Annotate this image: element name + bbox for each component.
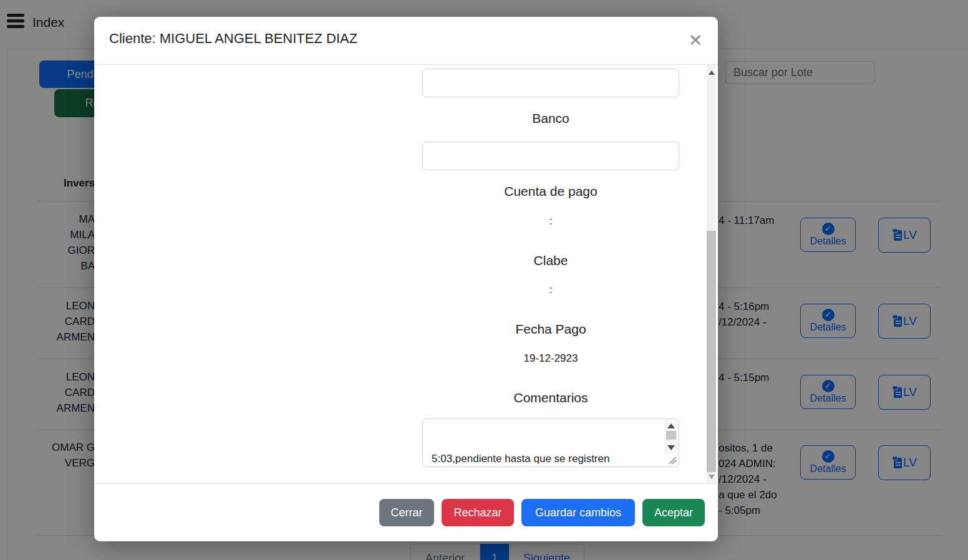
scroll-up-icon[interactable] [667,423,675,428]
banco-input[interactable] [422,142,679,170]
comentarios-label: Comentarios [422,390,679,405]
screen: Index Pendiente Repor Invers MA MILA GIO… [0,0,968,560]
modal-body: Banco Cuenta de pago : Clabe : Fecha Pag… [94,65,718,483]
modal-scrollbar[interactable] [707,65,716,483]
guardar-cambios-button[interactable]: Guardar cambios [521,499,635,526]
scroll-up-icon[interactable] [709,70,715,75]
scroll-down-icon[interactable] [667,445,675,450]
aceptar-button[interactable]: Aceptar [642,499,705,526]
close-icon[interactable]: ✕ [683,28,708,53]
modal-header: Cliente: MIGUEL ANGEL BENITEZ DIAZ ✕ [94,17,718,65]
clabe-value: : [422,284,679,296]
scroll-down-icon[interactable] [709,475,715,479]
scrollbar-thumb[interactable] [666,431,676,440]
cuenta-de-pago-label: Cuenta de pago [422,184,679,199]
modal-footer: Cerrar Rechazar Guardar cambios Aceptar [94,483,718,541]
banco-label: Banco [422,111,679,126]
rechazar-button[interactable]: Rechazar [442,499,514,526]
clabe-label: Clabe [422,253,679,268]
cuenta-de-pago-value: : [422,215,679,228]
fecha-pago-label: Fecha Pago [422,322,679,337]
comentarios-text: 5:03,pendiente hasta que se registren lo… [432,418,656,467]
modal-title: Cliente: MIGUEL ANGEL BENITEZ DIAZ [109,31,357,47]
scrollbar-thumb[interactable] [707,231,716,472]
cliente-modal: Cliente: MIGUEL ANGEL BENITEZ DIAZ ✕ Ban… [94,17,718,541]
fecha-pago-value: 19-12-2923 [422,352,679,365]
resize-handle-icon[interactable] [667,455,677,465]
comentarios-textarea[interactable]: 5:03,pendiente hasta que se registren lo… [422,418,679,467]
cerrar-button[interactable]: Cerrar [379,499,434,526]
textarea-scrollbar[interactable] [664,420,678,454]
top-field-input[interactable] [422,69,679,97]
